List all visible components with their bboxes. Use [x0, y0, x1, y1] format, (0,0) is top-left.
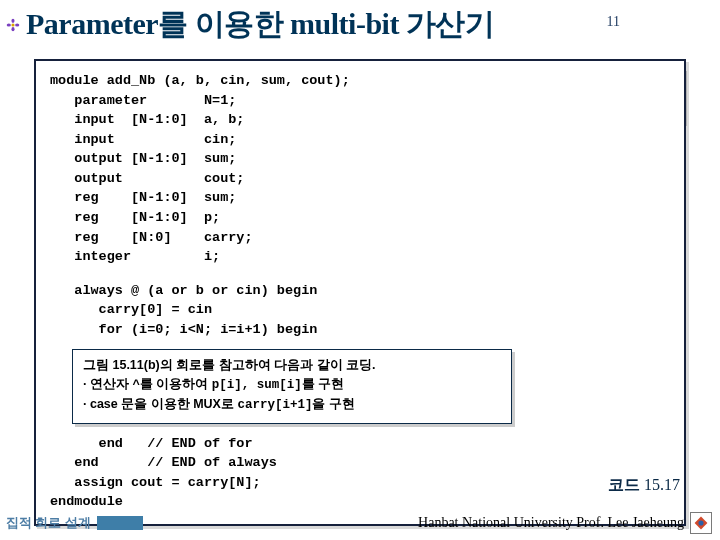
note-line-3: · case 문을 이용한 MUX로 carry[i+1]을 구현: [83, 395, 501, 415]
code-section-end: end // END of for end // END of always a…: [50, 434, 670, 512]
code-section-always: always @ (a or b or cin) begin carry[0] …: [50, 281, 670, 340]
svg-point-2: [11, 27, 14, 31]
code-block: module add_Nb (a, b, cin, sum, cout); pa…: [34, 59, 686, 526]
svg-point-6: [698, 520, 703, 525]
footer-left-text: 집적 회로 설계: [6, 515, 91, 532]
page-title: Parameter를 이용한 multi-bit 가산기: [26, 4, 494, 45]
footer-left: 집적 회로 설계: [6, 515, 143, 532]
note-line-2: · 연산자 ^를 이용하여 p[i], sum[i]를 구현: [83, 375, 501, 395]
footer: 집적 회로 설계 Hanbat National University Prof…: [0, 512, 720, 534]
svg-point-1: [11, 18, 14, 22]
instruction-note: 그림 15.11(b)의 회로를 참고하여 다음과 같이 코딩. · 연산자 ^…: [72, 349, 512, 423]
svg-point-3: [7, 23, 11, 26]
note-line-1: 그림 15.11(b)의 회로를 참고하여 다음과 같이 코딩.: [83, 356, 501, 375]
footer-right: Hanbat National University Prof. Lee Jae…: [418, 512, 712, 534]
page-number: 11: [607, 14, 620, 30]
code-section-declarations: module add_Nb (a, b, cin, sum, cout); pa…: [50, 71, 670, 267]
university-logo-icon: [690, 512, 712, 534]
code-caption-number: 15.17: [644, 476, 680, 493]
footer-right-text: Hanbat National University Prof. Lee Jae…: [418, 515, 684, 531]
footer-accent-icon: [97, 516, 143, 530]
code-caption-label: 코드: [608, 476, 640, 493]
svg-point-0: [11, 23, 14, 26]
code-caption: 코드 15.17: [608, 475, 680, 496]
flower-bullet-icon: [6, 18, 20, 32]
svg-point-4: [15, 23, 19, 26]
